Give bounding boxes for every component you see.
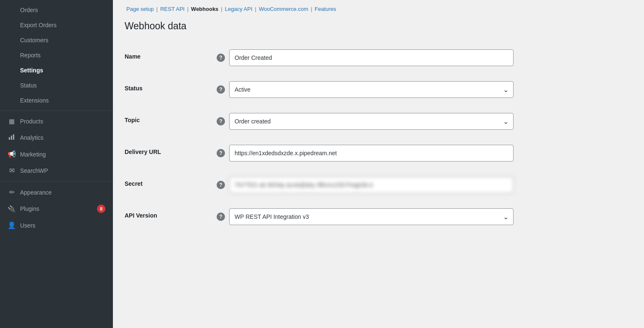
- help-icon-api-version[interactable]: ?: [217, 213, 225, 221]
- form-row-status: Status ? Active Paused Disabled ⌄: [125, 74, 632, 105]
- page-title: Webhook data: [125, 20, 632, 32]
- products-icon: ▦: [8, 118, 16, 125]
- form-field-name: ?: [217, 49, 632, 66]
- form-label-topic: Topic: [125, 113, 217, 124]
- sidebar-item-searchwp[interactable]: ✉ SearchWP: [0, 162, 113, 179]
- form-row-api-version: API Version ? WP REST API Integration v3…: [125, 201, 632, 233]
- form-label-delivery-url: Delivery URL: [125, 145, 217, 156]
- name-input[interactable]: [229, 49, 514, 66]
- content-area: Webhook data Name ? Status ? Active Pau: [113, 12, 644, 244]
- form-field-api-version: ? WP REST API Integration v3 WP REST API…: [217, 208, 632, 225]
- help-icon-status[interactable]: ?: [217, 85, 225, 94]
- form-field-secret: ?: [217, 177, 632, 193]
- svg-rect-2: [13, 134, 14, 140]
- nav-woocommerce[interactable]: WooCommerce.com: [257, 6, 310, 12]
- divider-2: [0, 181, 113, 182]
- help-icon-secret[interactable]: ?: [217, 181, 225, 189]
- sidebar-item-settings[interactable]: Settings: [0, 63, 113, 78]
- nav-page-setup[interactable]: Page setup: [125, 6, 156, 12]
- topic-select[interactable]: Order created Order updated Order delete…: [229, 113, 514, 130]
- help-icon-delivery-url[interactable]: ?: [217, 149, 225, 157]
- sidebar: Orders Export Orders Customers Reports S…: [0, 0, 113, 328]
- appearance-icon: ✏: [8, 188, 16, 196]
- sidebar-item-users[interactable]: 👤 Users: [0, 217, 113, 233]
- marketing-icon: 📢: [8, 150, 16, 158]
- sidebar-item-reports[interactable]: Reports: [0, 48, 113, 63]
- sidebar-item-analytics[interactable]: Analytics: [0, 129, 113, 146]
- form-label-name: Name: [125, 49, 217, 60]
- topic-select-wrapper: Order created Order updated Order delete…: [229, 113, 514, 130]
- sidebar-item-status[interactable]: Status: [0, 78, 113, 93]
- status-select-wrapper: Active Paused Disabled ⌄: [229, 81, 514, 98]
- api-version-select[interactable]: WP REST API Integration v3 WP REST API I…: [229, 208, 514, 225]
- sidebar-item-orders[interactable]: Orders: [0, 3, 113, 18]
- analytics-icon: [8, 133, 16, 142]
- users-icon: 👤: [8, 221, 16, 229]
- form-label-status: Status: [125, 81, 217, 92]
- form-row-secret: Secret ?: [125, 169, 632, 201]
- sidebar-item-export-orders[interactable]: Export Orders: [0, 18, 113, 33]
- form-field-delivery-url: ?: [217, 145, 632, 161]
- delivery-url-input[interactable]: [229, 145, 514, 161]
- sidebar-item-marketing[interactable]: 📢 Marketing: [0, 146, 113, 162]
- sidebar-item-customers[interactable]: Customers: [0, 33, 113, 48]
- sidebar-item-extensions[interactable]: Extensions: [0, 93, 113, 108]
- svg-rect-0: [9, 137, 10, 140]
- form-label-api-version: API Version: [125, 208, 217, 219]
- help-icon-name[interactable]: ?: [217, 54, 225, 62]
- nav-rest-api[interactable]: REST API: [158, 6, 186, 12]
- svg-rect-1: [11, 136, 12, 140]
- top-nav: Page setup | REST API | Webhooks | Legac…: [113, 0, 644, 12]
- sidebar-item-appearance[interactable]: ✏ Appearance: [0, 184, 113, 200]
- divider-1: [0, 110, 113, 111]
- help-icon-topic[interactable]: ?: [217, 117, 225, 126]
- status-select[interactable]: Active Paused Disabled: [229, 81, 514, 98]
- form-field-status: ? Active Paused Disabled ⌄: [217, 81, 632, 98]
- plugins-icon: 🔌: [8, 205, 16, 213]
- form-label-secret: Secret: [125, 177, 217, 187]
- main-content: Page setup | REST API | Webhooks | Legac…: [113, 0, 644, 328]
- sidebar-item-plugins[interactable]: 🔌 Plugins 8: [0, 200, 113, 217]
- secret-input[interactable]: [229, 177, 514, 193]
- form-row-name: Name ?: [125, 42, 632, 74]
- api-version-select-wrapper: WP REST API Integration v3 WP REST API I…: [229, 208, 514, 225]
- nav-webhooks[interactable]: Webhooks: [189, 6, 220, 12]
- searchwp-icon: ✉: [8, 167, 16, 174]
- form-row-delivery-url: Delivery URL ?: [125, 137, 632, 169]
- form-row-topic: Topic ? Order created Order updated Orde…: [125, 105, 632, 137]
- form-field-topic: ? Order created Order updated Order dele…: [217, 113, 632, 130]
- plugins-badge: 8: [97, 205, 105, 213]
- sidebar-item-products[interactable]: ▦ Products: [0, 113, 113, 129]
- nav-features[interactable]: Features: [313, 6, 338, 12]
- nav-legacy-api[interactable]: Legacy API: [223, 6, 254, 12]
